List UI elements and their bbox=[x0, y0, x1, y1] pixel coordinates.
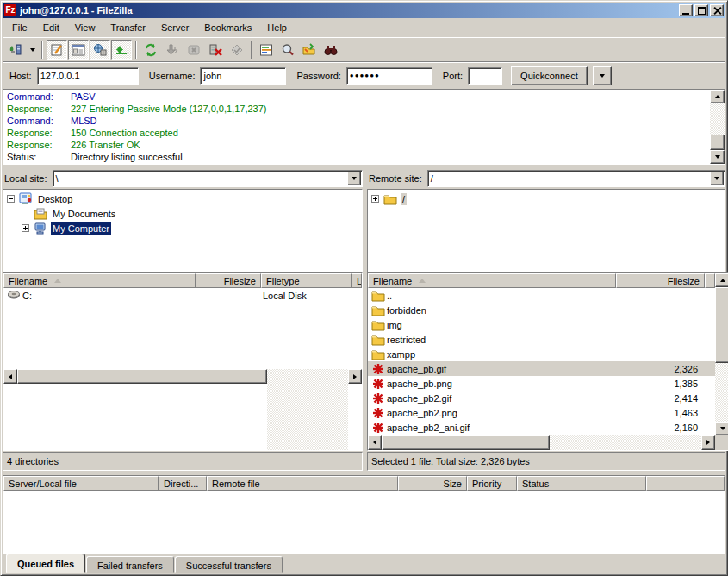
file-row[interactable]: restricted bbox=[368, 332, 715, 347]
scroll-left-icon bbox=[373, 440, 376, 445]
scroll-down-button[interactable] bbox=[715, 422, 728, 435]
desktop-icon bbox=[19, 192, 33, 206]
local-site-combo-button[interactable] bbox=[347, 172, 361, 185]
column-header-filesize[interactable]: Filesize bbox=[616, 273, 705, 288]
toggle-message-log-button[interactable] bbox=[47, 40, 67, 60]
tab-successful-transfers[interactable]: Successful transfers bbox=[175, 556, 283, 573]
maximize-button[interactable] bbox=[694, 4, 708, 16]
file-row[interactable]: apache_pb2_ani.gif 2,160 bbox=[368, 420, 715, 435]
cancel-button[interactable] bbox=[184, 40, 204, 60]
reconnect-button[interactable] bbox=[227, 40, 247, 60]
host-input[interactable] bbox=[37, 67, 139, 85]
find-files-button[interactable] bbox=[277, 40, 298, 60]
tree-item-desktop[interactable]: Desktop bbox=[3, 191, 362, 206]
column-header-size[interactable]: Size bbox=[398, 476, 467, 491]
site-manager-dropdown-button[interactable] bbox=[27, 40, 38, 60]
column-header-status[interactable]: Status bbox=[517, 476, 646, 491]
scroll-down-button[interactable] bbox=[710, 150, 725, 164]
quickconnect-button[interactable]: Quickconnect bbox=[511, 66, 588, 85]
scroll-track[interactable] bbox=[710, 103, 725, 135]
local-site-combo[interactable]: \ bbox=[53, 170, 363, 187]
toggle-queue-button[interactable] bbox=[111, 40, 132, 60]
port-input[interactable] bbox=[468, 67, 502, 85]
remote-list-rows[interactable]: .. forbidden img restricted bbox=[368, 288, 715, 435]
tab-queued-files[interactable]: Queued files bbox=[6, 554, 85, 573]
column-header-filename[interactable]: Filename bbox=[368, 273, 616, 288]
menu-help[interactable]: Help bbox=[259, 20, 295, 35]
queue-icon bbox=[115, 43, 128, 57]
toggle-remote-tree-button[interactable] bbox=[90, 40, 110, 60]
queue-rows[interactable] bbox=[3, 491, 725, 553]
menu-bookmarks[interactable]: Bookmarks bbox=[196, 20, 259, 35]
menu-server[interactable]: Server bbox=[153, 20, 196, 35]
expand-expander-icon[interactable] bbox=[22, 224, 29, 232]
column-header-filesize[interactable]: Filesize bbox=[196, 273, 261, 288]
scroll-up-button[interactable] bbox=[715, 273, 728, 287]
file-row[interactable]: img bbox=[368, 317, 715, 332]
remote-list-hscrollbar[interactable] bbox=[368, 435, 715, 451]
column-header-server-local-file[interactable]: Server/Local file bbox=[3, 476, 159, 491]
file-row[interactable]: forbidden bbox=[368, 303, 715, 317]
remote-tree[interactable]: / bbox=[367, 189, 725, 272]
local-list-rows[interactable]: C: Local Disk bbox=[3, 288, 362, 369]
scroll-right-button[interactable] bbox=[701, 435, 715, 450]
local-tree[interactable]: Desktop My Documents My Computer bbox=[3, 189, 363, 272]
menu-transfer[interactable]: Transfer bbox=[103, 20, 153, 35]
file-size: 2,326 bbox=[616, 364, 705, 374]
remote-site-combo[interactable]: / bbox=[427, 170, 725, 187]
local-list-hscrollbar[interactable] bbox=[3, 369, 362, 450]
tab-failed-transfers[interactable]: Failed transfers bbox=[86, 556, 174, 573]
close-button[interactable] bbox=[710, 4, 724, 16]
quickconnect-dropdown-button[interactable] bbox=[593, 66, 612, 85]
scroll-right-button[interactable] bbox=[348, 369, 362, 384]
process-queue-button[interactable] bbox=[162, 40, 183, 60]
column-header-remote-file[interactable]: Remote file bbox=[207, 476, 398, 491]
message-log-text[interactable]: Command:PASV Response:227 Entering Passi… bbox=[3, 90, 710, 164]
title-bar[interactable]: Fz john@127.0.0.1 - FileZilla bbox=[3, 3, 725, 18]
scroll-track[interactable] bbox=[550, 435, 701, 451]
scroll-track[interactable] bbox=[267, 369, 348, 450]
collapse-expander-icon[interactable] bbox=[7, 195, 15, 203]
scroll-left-button[interactable] bbox=[368, 435, 382, 450]
scroll-thumb[interactable] bbox=[710, 135, 725, 150]
minimize-button[interactable] bbox=[679, 4, 693, 16]
tree-item-my-documents[interactable]: My Documents bbox=[3, 206, 362, 221]
refresh-button[interactable] bbox=[140, 40, 161, 60]
directory-comparison-button[interactable] bbox=[299, 40, 320, 60]
scroll-left-button[interactable] bbox=[3, 369, 17, 384]
disconnect-button[interactable] bbox=[205, 40, 226, 60]
file-row[interactable]: apache_pb2.png 1,463 bbox=[368, 405, 715, 420]
remote-site-combo-button[interactable] bbox=[710, 172, 724, 185]
file-row[interactable]: apache_pb.png 1,385 bbox=[368, 376, 715, 391]
site-manager-button[interactable] bbox=[5, 40, 26, 60]
file-row-c-drive[interactable]: C: Local Disk bbox=[3, 288, 362, 303]
scroll-thumb[interactable] bbox=[382, 435, 550, 450]
username-input[interactable] bbox=[200, 67, 286, 85]
scroll-track[interactable] bbox=[715, 363, 728, 422]
scroll-thumb[interactable] bbox=[715, 287, 728, 363]
toggle-local-tree-button[interactable] bbox=[68, 40, 89, 60]
column-header-last-modified[interactable]: L bbox=[352, 273, 362, 288]
file-row[interactable]: xampp bbox=[368, 347, 715, 361]
file-row-selected[interactable]: apache_pb.gif 2,326 bbox=[368, 361, 715, 376]
column-header-filename[interactable]: Filename bbox=[3, 273, 196, 288]
column-header-direction[interactable]: Directi... bbox=[159, 476, 207, 491]
message-log-scrollbar[interactable] bbox=[710, 90, 725, 164]
menu-file[interactable]: File bbox=[4, 20, 35, 35]
filter-button[interactable] bbox=[256, 40, 277, 60]
tree-item-my-computer[interactable]: My Computer bbox=[3, 221, 362, 235]
tree-item-root[interactable]: / bbox=[368, 191, 725, 206]
password-input[interactable] bbox=[346, 67, 432, 85]
file-row[interactable]: .. bbox=[368, 288, 715, 303]
synchronized-browsing-button[interactable] bbox=[320, 40, 341, 60]
scroll-up-button[interactable] bbox=[710, 90, 725, 103]
sort-ascending-icon bbox=[419, 279, 426, 283]
menu-edit[interactable]: Edit bbox=[35, 20, 67, 35]
column-header-priority[interactable]: Priority bbox=[467, 476, 517, 491]
remote-list-vscrollbar[interactable] bbox=[715, 273, 728, 450]
menu-view[interactable]: View bbox=[67, 20, 103, 35]
expand-expander-icon[interactable] bbox=[371, 195, 379, 203]
scroll-thumb[interactable] bbox=[17, 369, 267, 384]
column-header-filetype[interactable]: Filetype bbox=[261, 273, 352, 288]
file-row[interactable]: apache_pb2.gif 2,414 bbox=[368, 391, 715, 405]
